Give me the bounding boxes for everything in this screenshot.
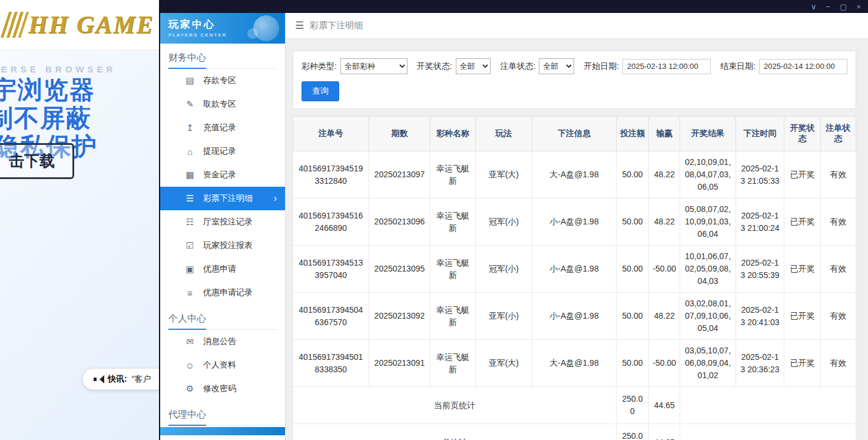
window-maximize-icon[interactable]: ▢ (840, 3, 847, 11)
cell-result: 05,08,07,02,10,09,01,03,06,04 (680, 199, 736, 246)
cell-result: 10,01,06,07,02,05,09,08,04,03 (680, 246, 736, 293)
sidebar-item-label: 修改密码 (203, 383, 236, 394)
col-result: 开奖结果 (680, 117, 736, 151)
total-summary-win-loss: 44.65 (649, 424, 680, 440)
window-chevron-icon[interactable]: ∨ (811, 3, 817, 11)
sidebar-item-profile[interactable]: ☺ 个人资料 (160, 353, 285, 377)
col-draw-status: 开奖状态 (784, 117, 820, 151)
bets-table: 注单号 期数 彩种名称 玩法 下注信息 投注额 输赢 开奖结果 下注时间 开奖状… (293, 116, 856, 440)
end-date-label: 结束日期: (720, 61, 756, 72)
funds-icon: ▦ (185, 170, 195, 180)
cell-bet-time: 2025-02-13 21:05:33 (736, 151, 784, 199)
download-button[interactable]: 击下载 (0, 143, 74, 179)
sidebar-item-label: 厅室投注记录 (203, 217, 253, 227)
cell-bet-time: 2025-02-13 20:55:39 (736, 246, 784, 293)
end-date-input[interactable] (759, 59, 847, 74)
cell-lottery: 幸运飞艇新 (430, 151, 475, 199)
password-icon: ⚙ (185, 383, 195, 394)
hamburger-icon[interactable]: ☰ (295, 19, 304, 32)
cell-bet-time: 2025-02-13 20:36:23 (736, 340, 784, 387)
sidebar-item-label: 存款专区 (203, 75, 236, 86)
sidebar-item-promo-apply-record[interactable]: ≡ 优惠申请记录 (160, 281, 285, 305)
cell-bet-info: 小-A盘@1.98 (532, 199, 617, 246)
app-window: ∨ − ▢ × 玩家中心 PLAYERS CENTER 财务中心 ▤ 存款专区 … (159, 0, 868, 440)
page-title: 彩票下注明细 (310, 20, 363, 31)
cell-play: 亚军(大) (475, 151, 532, 199)
page-summary-label: 当前页统计 (293, 387, 617, 424)
window-minimize-icon[interactable]: − (826, 3, 831, 11)
table-row: 401569173945133957040 20250213095 幸运飞艇新 … (293, 246, 856, 293)
sidebar-item-label: 资金记录 (203, 170, 236, 180)
cell-win-loss: -50.00 (649, 340, 680, 387)
sidebar-item-change-password[interactable]: ⚙ 修改密码 (160, 377, 285, 401)
cell-amount: 50.00 (616, 293, 648, 340)
filter-panel: 彩种类型: 全部彩种 开奖状态: 全部 注单状态: 全部 开始日期: (293, 51, 856, 109)
cell-draw-status: 已开奖 (784, 199, 820, 246)
hall-record-icon: ☷ (185, 217, 195, 227)
cell-play: 亚军(小) (475, 293, 532, 340)
section-agent-title: 代理中心 (168, 409, 206, 426)
sidebar-item-recharge-record[interactable]: ↥ 充值记录 (160, 116, 285, 140)
col-bet-time: 下注时间 (736, 117, 784, 151)
sidebar-item-withdraw-zone[interactable]: ✎ 取款专区 (160, 92, 285, 116)
notice-icon: ✉ (185, 336, 195, 347)
cell-order-id: 401569173945046367570 (293, 293, 369, 340)
cell-period: 20250213091 (369, 340, 430, 387)
draw-status-select[interactable]: 全部 (456, 58, 491, 74)
col-play: 玩法 (475, 117, 532, 151)
cell-bet-info: 小-A盘@1.98 (532, 293, 617, 340)
start-date-label: 开始日期: (584, 61, 619, 72)
logo-bars-icon (1, 12, 29, 38)
sidebar-item-player-bet-report[interactable]: ☑ 玩家投注报表 (160, 234, 285, 257)
promo-record-icon: ≡ (185, 288, 195, 298)
chevron-right-icon: › (274, 193, 277, 204)
cell-bet-info: 大-A盘@1.98 (532, 151, 617, 199)
sidebar-item-lottery-bet-detail[interactable]: ☰ 彩票下注明细 › (160, 187, 285, 210)
cell-period: 20250213097 (369, 151, 430, 199)
filter-row: 彩种类型: 全部彩种 开奖状态: 全部 注单状态: 全部 开始日期: (302, 58, 847, 74)
sidebar-item-funds-record[interactable]: ▦ 资金记录 (160, 163, 285, 187)
sidebar-item-message-notice[interactable]: ✉ 消息公告 (160, 330, 285, 353)
sidebar-item-hall-bet-record[interactable]: ☷ 厅室投注记录 (160, 210, 285, 234)
total-summary-empty (680, 424, 856, 440)
cashout-icon: ⌂ (185, 147, 195, 157)
sidebar-item-promo-apply[interactable]: ▣ 优惠申请 (160, 257, 285, 281)
cell-period: 20250213096 (369, 199, 430, 246)
cell-draw-status: 已开奖 (784, 340, 820, 387)
logo-text: HH GAME (28, 11, 154, 39)
page-summary-win-loss: 44.65 (649, 387, 680, 424)
start-date-input[interactable] (622, 59, 711, 74)
cell-order-id: 401569173945018338350 (293, 340, 369, 387)
sidebar-item-deposit-zone[interactable]: ▤ 存款专区 (160, 69, 285, 92)
total-summary-amount: 250.00 (616, 424, 648, 440)
col-period: 期数 (369, 117, 430, 151)
lottery-type-label: 彩种类型: (302, 61, 337, 72)
cell-lottery: 幸运飞艇新 (430, 293, 475, 340)
page-summary-empty (680, 387, 856, 424)
cell-amount: 50.00 (616, 246, 648, 293)
cell-bet-info: 大-A盘@1.98 (532, 340, 617, 387)
lottery-detail-icon: ☰ (185, 193, 195, 204)
sidebar-item-label: 提现记录 (203, 146, 236, 157)
cell-lottery: 幸运飞艇新 (430, 340, 475, 387)
col-bet-info: 下注信息 (532, 117, 617, 151)
table-header-row: 注单号 期数 彩种名称 玩法 下注信息 投注额 输赢 开奖结果 下注时间 开奖状… (293, 117, 856, 151)
bet-status-select[interactable]: 全部 (539, 58, 574, 74)
cell-order-status: 有效 (820, 293, 856, 340)
col-order-id: 注单号 (293, 117, 369, 151)
main-area: ☰ 彩票下注明细 彩种类型: 全部彩种 开奖状态: 全部 注单 (286, 13, 868, 440)
sidebar-item-withdrawal-record[interactable]: ⌂ 提现记录 (160, 140, 285, 163)
sidebar-item-label: 优惠申请记录 (203, 287, 253, 298)
table-row: 401569173945018338350 20250213091 幸运飞艇新 … (293, 340, 856, 387)
sidebar-item-label: 消息公告 (203, 336, 236, 347)
main-topbar: ☰ 彩票下注明细 (286, 13, 868, 39)
report-icon: ☑ (185, 240, 195, 251)
cell-lottery: 幸运飞艇新 (430, 246, 475, 293)
cell-period: 20250213092 (369, 293, 430, 340)
cell-order-status: 有效 (820, 340, 856, 387)
window-close-icon[interactable]: × (856, 3, 861, 11)
query-button[interactable]: 查询 (302, 81, 339, 101)
site-logo[interactable]: HH GAME (5, 11, 154, 39)
cell-order-id: 401569173945133957040 (293, 246, 369, 293)
lottery-type-select[interactable]: 全部彩种 (340, 58, 408, 74)
